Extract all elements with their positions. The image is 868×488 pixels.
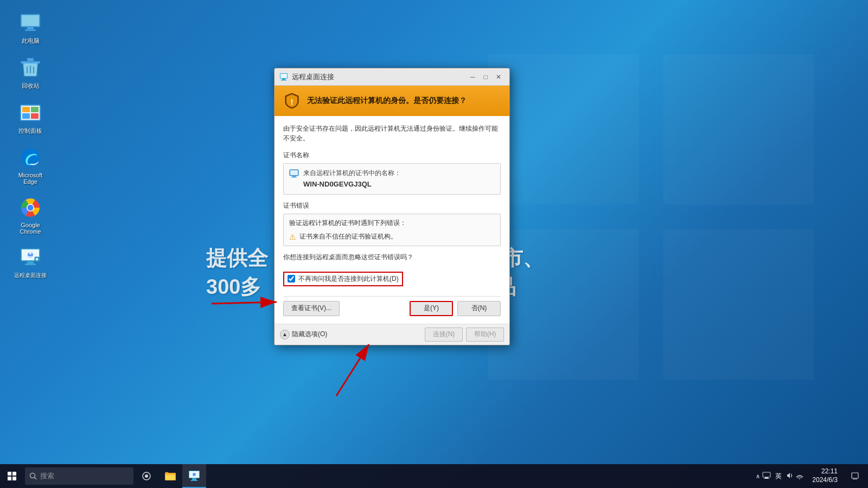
svg-rect-5 xyxy=(22,15,39,26)
certificate-warning-dialog: 远程桌面连接 ─ □ ✕ ! 无法验证此远程计算机的身份。是否仍要连接？ 由于安… xyxy=(274,68,510,345)
yes-button[interactable]: 是(Y) xyxy=(410,301,453,316)
volume-icon[interactable] xyxy=(786,472,794,481)
cert-name-value: WIN-ND0GEVGJ3QL xyxy=(303,179,401,190)
language-indicator[interactable]: 英 xyxy=(773,472,784,481)
svg-text:!: ! xyxy=(291,98,293,106)
svg-rect-59 xyxy=(191,480,197,481)
svg-marker-0 xyxy=(488,54,639,205)
svg-line-43 xyxy=(212,302,277,304)
taskbar-tray: ∧ 英 xyxy=(751,464,868,488)
controlpanel-icon-label: 控制面板 xyxy=(18,127,42,135)
svg-rect-34 xyxy=(282,79,285,80)
dialog-title-text: 远程桌面连接 xyxy=(292,72,466,82)
connect-button[interactable]: 连接(N) xyxy=(425,328,463,342)
chrome-icon xyxy=(18,196,42,220)
svg-rect-61 xyxy=(763,472,770,477)
svg-rect-7 xyxy=(25,29,36,31)
taskbar-file-explorer[interactable] xyxy=(158,464,182,488)
desktop: 提供全个地区城市、 300多代理等产品 此电脑 xyxy=(0,0,868,488)
svg-point-52 xyxy=(145,474,148,478)
svg-rect-46 xyxy=(12,472,16,476)
svg-rect-45 xyxy=(8,472,11,476)
svg-rect-63 xyxy=(764,478,769,479)
dialog-buttons-row: 查看证书(V)... 是(Y) 否(N) xyxy=(283,296,501,316)
dont-ask-checkbox-label[interactable]: 不再询问我是否连接到此计算机(D) xyxy=(283,272,403,286)
task-view-button[interactable] xyxy=(135,464,158,488)
view-cert-button[interactable]: 查看证书(V)... xyxy=(283,301,340,316)
dialog-footer: ▲ 隐藏选项(O) 连接(N) 帮助(H) xyxy=(275,324,509,345)
dont-ask-label: 不再询问我是否连接到此计算机(D) xyxy=(298,274,399,284)
taskbar-clock[interactable]: 22:11 2024/6/3 xyxy=(808,467,842,484)
error-warning-icon: ⚠ xyxy=(289,233,296,241)
svg-rect-6 xyxy=(27,27,34,29)
svg-rect-62 xyxy=(765,477,768,478)
dialog-titlebar: 远程桌面连接 ─ □ ✕ xyxy=(275,68,509,86)
computer-icon xyxy=(18,11,42,35)
svg-rect-66 xyxy=(853,479,857,479)
svg-point-64 xyxy=(799,478,800,479)
svg-rect-40 xyxy=(291,177,297,178)
cert-error-box: 验证远程计算机的证书时遇到下列错误： ⚠ 证书来自不信任的证书验证机构。 xyxy=(283,214,501,246)
svg-line-50 xyxy=(35,478,37,480)
dont-ask-checkbox[interactable] xyxy=(288,275,295,282)
cert-error-label: 证书错误 xyxy=(283,201,501,210)
cert-name-item: 来自远程计算机的证书中的名称： WIN-ND0GEVGJ3QL xyxy=(289,168,495,190)
no-button[interactable]: 否(N) xyxy=(457,301,501,316)
svg-rect-9 xyxy=(27,58,34,61)
cert-name-label: 来自远程计算机的证书中的名称： xyxy=(303,168,401,178)
edge-icon xyxy=(18,146,42,170)
cert-error-desc: 验证远程计算机的证书时遇到下列错误： xyxy=(289,219,495,228)
hide-options-button[interactable]: ▲ 隐藏选项(O) xyxy=(280,330,327,339)
network-icon[interactable] xyxy=(796,472,803,481)
dialog-minimize-button[interactable]: ─ xyxy=(466,72,479,82)
chrome-icon-label: Google Chrome xyxy=(20,222,41,235)
cert-name-section: 证书名称 来自远程计算机的证书中的名称： xyxy=(283,151,501,195)
desktop-icon-controlpanel[interactable]: 控制面板 xyxy=(11,101,50,135)
svg-rect-13 xyxy=(31,107,39,112)
tray-icons: ∧ 英 xyxy=(756,472,803,481)
desktop-icon-edge[interactable]: Microsoft Edge xyxy=(11,146,50,185)
svg-rect-23 xyxy=(25,264,36,265)
svg-marker-1 xyxy=(663,54,814,205)
search-placeholder: 搜索 xyxy=(40,471,54,481)
tray-overflow-button[interactable]: ∧ xyxy=(756,473,760,480)
svg-rect-15 xyxy=(31,113,39,119)
desktop-icon-computer[interactable]: 此电脑 xyxy=(11,11,50,45)
dialog-description: 由于安全证书存在问题，因此远程计算机无法通过身份验证。继续操作可能不安全。 xyxy=(283,124,501,143)
dialog-maximize-button[interactable]: □ xyxy=(479,72,492,82)
controlpanel-icon xyxy=(18,101,42,125)
desktop-icon-recycle[interactable]: 回收站 xyxy=(11,56,50,90)
desktop-icon-rdp[interactable]: 远程桌面连接 xyxy=(11,246,50,279)
svg-rect-35 xyxy=(281,80,286,81)
dialog-content: 由于安全证书存在问题，因此远程计算机无法通过身份验证。继续操作可能不安全。 证书… xyxy=(275,116,509,324)
notification-button[interactable] xyxy=(846,464,864,488)
computer-icon-label: 此电脑 xyxy=(22,37,40,45)
svg-rect-47 xyxy=(8,477,11,480)
cert-error-item: ⚠ 证书来自不信任的证书验证机构。 xyxy=(289,232,495,241)
svg-point-25 xyxy=(29,252,31,254)
cert-name-box: 来自远程计算机的证书中的名称： WIN-ND0GEVGJ3QL xyxy=(283,163,501,195)
warning-banner: ! 无法验证此远程计算机的身份。是否仍要连接？ xyxy=(275,86,509,116)
cert-section-label: 证书名称 xyxy=(283,151,501,160)
dialog-close-button[interactable]: ✕ xyxy=(492,72,505,82)
recycle-icon-label: 回收站 xyxy=(22,82,40,90)
hide-options-label: 隐藏选项(O) xyxy=(292,330,327,339)
taskbar-rdp-app[interactable] xyxy=(182,464,206,488)
edge-icon-label: Microsoft Edge xyxy=(18,172,43,185)
svg-rect-22 xyxy=(27,261,34,264)
desktop-icon-chrome[interactable]: Google Chrome xyxy=(11,196,50,235)
taskbar-search[interactable]: 搜索 xyxy=(25,467,133,485)
svg-rect-14 xyxy=(22,113,30,119)
svg-rect-12 xyxy=(22,107,30,112)
svg-line-44 xyxy=(336,344,369,396)
start-button[interactable] xyxy=(0,464,24,488)
cert-error-section: 证书错误 验证远程计算机的证书时遇到下列错误： ⚠ 证书来自不信任的证书验证机构… xyxy=(283,201,501,246)
taskbar: 搜索 xyxy=(0,464,868,488)
svg-point-19 xyxy=(28,205,34,211)
cert-name-text: 来自远程计算机的证书中的名称： WIN-ND0GEVGJ3QL xyxy=(303,168,401,190)
svg-rect-48 xyxy=(12,477,16,480)
shield-warning-icon: ! xyxy=(283,92,301,110)
clock-time: 22:11 xyxy=(812,467,838,476)
svg-rect-8 xyxy=(21,61,40,63)
help-button[interactable]: 帮助(H) xyxy=(466,328,504,342)
